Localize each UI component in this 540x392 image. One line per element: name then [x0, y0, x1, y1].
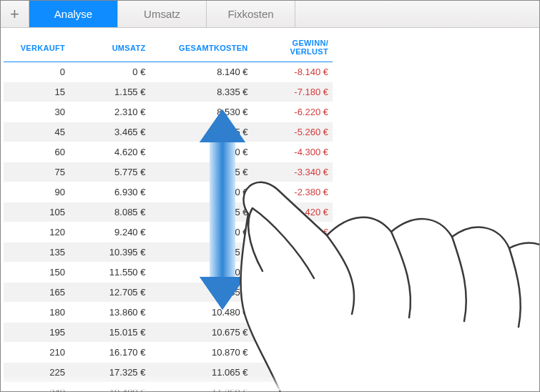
table-header-row: VERKAUFT UMSATZ GESAMTKOSTEN GEWINN/ VER… [4, 32, 333, 62]
app-frame: + Analyse Umsatz Fixkosten VERKAUFT UMSA… [0, 0, 540, 392]
cell-revenue: 13.860 € [69, 303, 149, 323]
cell-revenue: 8.085 € [69, 202, 149, 222]
cell-revenue: 9.240 € [69, 222, 149, 242]
cell-cost: 8.530 € [149, 102, 252, 122]
cell-cost: 8.140 € [149, 62, 252, 82]
cell-revenue: 15.015 € [69, 323, 149, 343]
cell-sold: 30 [4, 102, 69, 122]
cell-cost: 9.505 € [149, 202, 252, 222]
cell-profit-loss: -3.340 € [252, 162, 333, 182]
cell-profit-loss [252, 242, 333, 263]
content-area[interactable]: VERKAUFT UMSATZ GESAMTKOSTEN GEWINN/ VER… [1, 28, 539, 391]
cell-sold: 120 [4, 222, 69, 242]
cell-profit-loss: 3. [252, 303, 333, 323]
cell-profit-loss [252, 263, 333, 283]
cell-sold: 60 [4, 142, 69, 162]
col-header-profit-loss: GEWINN/ VERLUST [252, 32, 333, 62]
cell-sold: 75 [4, 162, 69, 182]
cell-revenue: 0 € [69, 62, 149, 82]
cell-profit-loss: 4.34 [252, 323, 333, 343]
tab-umsatz[interactable]: Umsatz [118, 1, 207, 27]
table-row[interactable]: 24018.480 €11.260 €7.2 [4, 383, 333, 391]
cell-revenue: 2.310 € [69, 102, 149, 122]
table-row[interactable]: 22517.325 €11.065 €6.2 [4, 363, 333, 383]
cell-profit-loss: -8.140 € [252, 62, 333, 82]
cell-cost: 10.285 € [149, 283, 252, 303]
cell-cost: 10.090 € [149, 263, 252, 283]
cell-revenue: 3.465 € [69, 122, 149, 142]
cell-sold: 210 [4, 343, 69, 363]
cell-revenue: 10.395 € [69, 242, 149, 263]
cell-profit-loss: -2.380 € [252, 182, 333, 202]
cell-sold: 105 [4, 202, 69, 222]
cell-cost: 10.870 € [149, 343, 252, 363]
add-tab-button[interactable]: + [1, 1, 29, 27]
cell-sold: 180 [4, 303, 69, 323]
cell-revenue: 18.480 € [69, 383, 149, 391]
col-header-sold: VERKAUFT [4, 32, 69, 62]
toolbar: + Analyse Umsatz Fixkosten [1, 1, 539, 28]
table-row[interactable]: 151.155 €8.335 €-7.180 € [4, 82, 333, 102]
cell-sold: 240 [4, 383, 69, 391]
cell-sold: 45 [4, 122, 69, 142]
table-row[interactable]: 16512.705 €10.285 € [4, 283, 333, 303]
cell-sold: 165 [4, 283, 69, 303]
cell-profit-loss: -5.260 € [252, 122, 333, 142]
table-row[interactable]: 15011.550 €10.090 € [4, 263, 333, 283]
cell-profit-loss: -1.420 € [252, 202, 333, 222]
cell-cost: 9.700 € [149, 222, 252, 242]
table-row[interactable]: 18013.860 €10.480 €3. [4, 303, 333, 323]
table-row[interactable]: 13510.395 €9.895 € [4, 242, 333, 263]
cell-revenue: 12.705 € [69, 283, 149, 303]
cell-cost: 11.260 € [149, 383, 252, 391]
cell-sold: 150 [4, 263, 69, 283]
cell-revenue: 11.550 € [69, 263, 149, 283]
table-row[interactable]: 302.310 €8.530 €-6.220 € [4, 102, 333, 122]
col-header-revenue: UMSATZ [69, 32, 149, 62]
table-row[interactable]: 906.930 €9.310 €-2.380 € [4, 182, 333, 202]
cell-cost: 8.920 € [149, 142, 252, 162]
cell-cost: 9.895 € [149, 242, 252, 263]
cell-revenue: 16.170 € [69, 343, 149, 363]
cell-profit-loss: 0 € [252, 222, 333, 242]
cell-revenue: 5.775 € [69, 162, 149, 182]
table-row[interactable]: 1058.085 €9.505 €-1.420 € [4, 202, 333, 222]
cell-cost: 10.675 € [149, 323, 252, 343]
cell-cost: 9.310 € [149, 182, 252, 202]
cell-profit-loss [252, 283, 333, 303]
cell-profit-loss: -6.220 € [252, 102, 333, 122]
cell-profit-loss: 7.2 [252, 383, 333, 391]
cell-cost: 8.335 € [149, 82, 252, 102]
table-row[interactable]: 1209.240 €9.700 €0 € [4, 222, 333, 242]
cell-revenue: 4.620 € [69, 142, 149, 162]
cell-revenue: 17.325 € [69, 363, 149, 383]
table-row[interactable]: 00 €8.140 €-8.140 € [4, 62, 333, 82]
cell-profit-loss: 6.2 [252, 363, 333, 383]
cell-cost: 10.480 € [149, 303, 252, 323]
table-row[interactable]: 19515.015 €10.675 €4.34 [4, 323, 333, 343]
cell-profit-loss: 5.3 [252, 343, 333, 363]
cell-revenue: 6.930 € [69, 182, 149, 202]
analysis-table[interactable]: VERKAUFT UMSATZ GESAMTKOSTEN GEWINN/ VER… [4, 32, 333, 391]
cell-sold: 90 [4, 182, 69, 202]
cell-sold: 135 [4, 242, 69, 263]
cell-revenue: 1.155 € [69, 82, 149, 102]
cell-sold: 0 [4, 62, 69, 82]
table-row[interactable]: 604.620 €8.920 €-4.300 € [4, 142, 333, 162]
cell-cost: 11.065 € [149, 363, 252, 383]
cell-sold: 195 [4, 323, 69, 343]
cell-sold: 15 [4, 82, 69, 102]
table-row[interactable]: 453.465 €8.725 €-5.260 € [4, 122, 333, 142]
tab-analyse[interactable]: Analyse [29, 1, 118, 27]
col-header-total-cost: GESAMTKOSTEN [149, 32, 252, 62]
table-row[interactable]: 755.775 €9.115 €-3.340 € [4, 162, 333, 182]
cell-sold: 225 [4, 363, 69, 383]
table-row[interactable]: 21016.170 €10.870 €5.3 [4, 343, 333, 363]
cell-cost: 8.725 € [149, 122, 252, 142]
cell-cost: 9.115 € [149, 162, 252, 182]
tab-fixkosten[interactable]: Fixkosten [207, 1, 295, 27]
cell-profit-loss: -7.180 € [252, 82, 333, 102]
cell-profit-loss: -4.300 € [252, 142, 333, 162]
